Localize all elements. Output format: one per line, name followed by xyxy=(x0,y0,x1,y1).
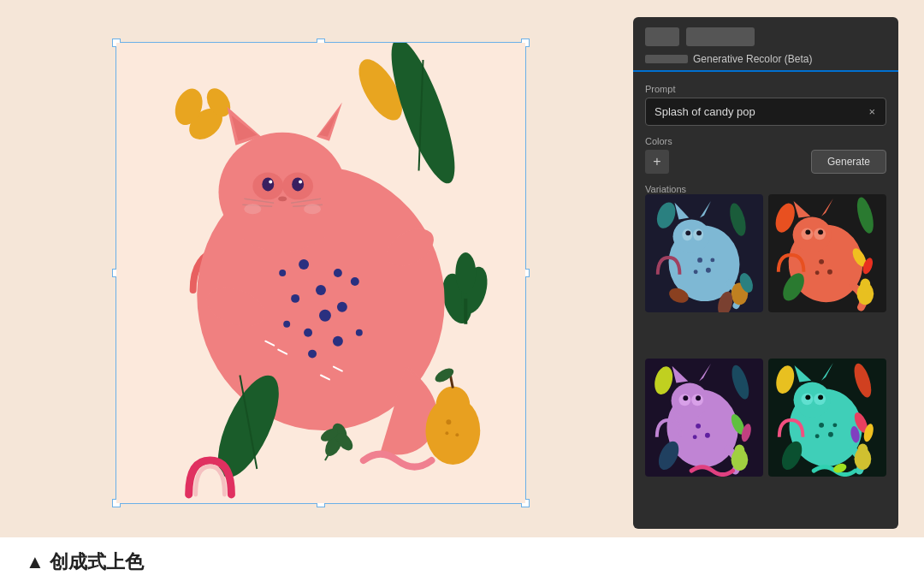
svg-point-22 xyxy=(299,180,302,183)
svg-point-112 xyxy=(696,423,701,428)
svg-point-77 xyxy=(710,258,714,262)
svg-point-36 xyxy=(337,302,347,312)
variations-label: Variations xyxy=(645,184,886,194)
panel-tab-1[interactable] xyxy=(645,27,679,46)
svg-point-21 xyxy=(269,180,272,183)
svg-point-57 xyxy=(435,386,470,424)
variation-3[interactable] xyxy=(645,359,763,477)
svg-point-60 xyxy=(446,419,451,424)
colors-section: Colors + Generate xyxy=(645,136,886,174)
svg-point-75 xyxy=(706,268,711,273)
variation-2[interactable] xyxy=(768,194,886,312)
svg-point-34 xyxy=(319,310,331,322)
caption-bar: ▲ 创成式上色 xyxy=(0,537,924,587)
svg-point-129 xyxy=(805,394,810,400)
prompt-section: Prompt Splash of candy pop × xyxy=(645,84,886,126)
colors-row: + Generate xyxy=(645,150,886,174)
svg-rect-10 xyxy=(464,299,467,324)
svg-point-40 xyxy=(308,350,317,359)
svg-point-110 xyxy=(683,395,688,400)
svg-point-30 xyxy=(299,259,309,270)
svg-point-133 xyxy=(815,434,820,438)
svg-point-92 xyxy=(818,229,823,234)
prompt-value: Splash of candy pop xyxy=(654,105,867,118)
svg-point-35 xyxy=(304,329,312,337)
panel-header xyxy=(633,17,898,46)
svg-point-39 xyxy=(279,270,286,276)
svg-point-114 xyxy=(693,435,697,439)
svg-point-41 xyxy=(333,336,343,347)
svg-point-95 xyxy=(815,270,820,275)
add-color-button[interactable]: + xyxy=(645,150,669,174)
svg-point-72 xyxy=(685,230,690,235)
svg-point-33 xyxy=(291,294,299,303)
svg-point-130 xyxy=(818,394,823,400)
svg-point-91 xyxy=(805,229,810,234)
svg-point-12 xyxy=(219,133,346,252)
svg-point-134 xyxy=(832,423,837,427)
svg-point-20 xyxy=(292,177,304,191)
svg-point-62 xyxy=(445,431,448,435)
svg-point-32 xyxy=(334,269,342,277)
svg-point-111 xyxy=(696,395,701,400)
variation-4[interactable] xyxy=(768,359,886,477)
svg-point-23 xyxy=(278,196,287,201)
panel-tab-2[interactable] xyxy=(686,27,755,46)
svg-point-42 xyxy=(356,329,363,336)
colors-label: Colors xyxy=(645,136,886,146)
panel-title-row: Generative Recolor (Beta) xyxy=(633,46,898,72)
prompt-clear-button[interactable]: × xyxy=(867,105,877,118)
caption-text: ▲ 创成式上色 xyxy=(26,549,144,575)
svg-point-93 xyxy=(819,259,824,264)
svg-point-37 xyxy=(283,321,290,328)
svg-point-113 xyxy=(705,432,710,437)
svg-point-73 xyxy=(696,230,702,235)
svg-point-28 xyxy=(244,204,261,214)
svg-point-119 xyxy=(734,444,744,456)
svg-point-29 xyxy=(304,204,321,214)
prompt-label: Prompt xyxy=(645,84,886,94)
svg-point-94 xyxy=(827,270,832,275)
svg-point-19 xyxy=(262,177,274,191)
generate-button[interactable]: Generate xyxy=(811,150,886,174)
svg-point-74 xyxy=(697,258,702,263)
svg-point-76 xyxy=(694,270,698,274)
svg-point-131 xyxy=(819,422,824,427)
variations-grid xyxy=(645,194,886,517)
svg-point-61 xyxy=(455,433,459,436)
svg-point-100 xyxy=(860,279,870,291)
svg-point-9 xyxy=(455,252,476,294)
panel-title: Generative Recolor (Beta) xyxy=(693,53,812,65)
panel-body: Prompt Splash of candy pop × Colors + Ge… xyxy=(633,72,898,529)
prompt-input-row[interactable]: Splash of candy pop × xyxy=(645,98,886,126)
main-area: Generative Recolor (Beta) Prompt Splash … xyxy=(0,0,924,537)
panel-title-spacer xyxy=(645,55,688,63)
svg-point-38 xyxy=(351,277,359,286)
illustration-canvas xyxy=(116,43,525,503)
canvas-area xyxy=(26,17,616,529)
svg-point-31 xyxy=(316,285,326,295)
selection-box xyxy=(116,42,526,504)
variations-section: Variations xyxy=(645,184,886,517)
variation-1[interactable] xyxy=(645,194,763,312)
svg-point-140 xyxy=(857,443,868,455)
svg-point-132 xyxy=(828,431,833,436)
right-panel: Generative Recolor (Beta) Prompt Splash … xyxy=(633,17,898,529)
